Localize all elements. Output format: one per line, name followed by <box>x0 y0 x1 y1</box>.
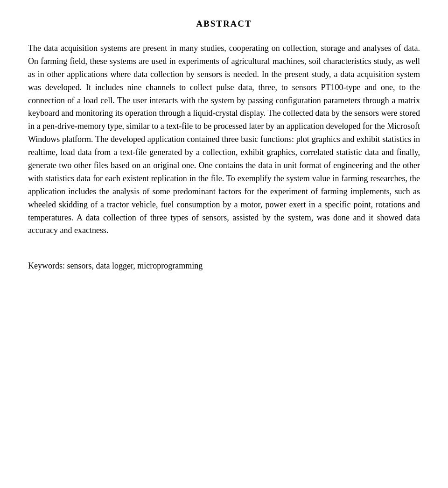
abstract-title: ABSTRACT <box>28 19 420 29</box>
keywords-label: Keywords: <box>28 261 65 270</box>
keywords-value: sensors, data logger, microprogramming <box>67 261 203 270</box>
keywords-section: Keywords: sensors, data logger, micropro… <box>28 260 420 273</box>
abstract-text: The data acquisition systems are present… <box>28 42 420 237</box>
abstract-body: The data acquisition systems are present… <box>28 42 420 237</box>
